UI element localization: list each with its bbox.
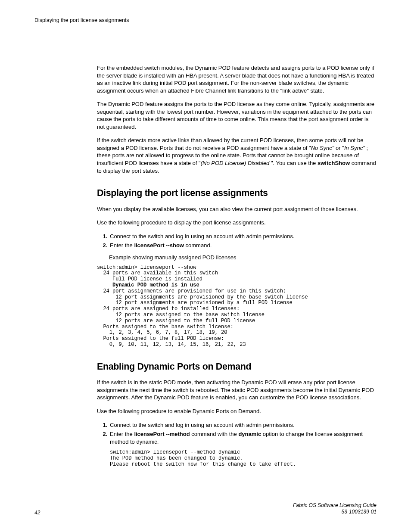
code-bold: Dynamic POD method is in use — [112, 282, 199, 288]
footer-title: Fabric OS Software Licensing Guide — [293, 502, 377, 509]
text: command with the — [190, 431, 239, 437]
state-nosync: No Sync" — [311, 145, 334, 151]
state-disabled: (No POD License) Disabled — [201, 160, 270, 166]
intro-para-1: For the embedded switch modules, the Dyn… — [97, 64, 377, 94]
section2-steps: Connect to the switch and log in using a… — [97, 421, 377, 468]
intro-para-3: If the switch detects more active links … — [97, 137, 377, 174]
page-footer: 42 Fabric OS Software Licensing Guide 53… — [34, 502, 377, 516]
code-block-licenseport-show: switch:admin> licenseport --show 24 port… — [97, 265, 377, 348]
command-licenseport-show: licensePort --show — [134, 242, 184, 249]
section1-step-1: Connect to the switch and log in using a… — [109, 233, 377, 240]
example-label: Example showing manually assigned POD li… — [109, 254, 377, 261]
text: Enter the — [110, 242, 134, 249]
command-licenseport-method: licensePort --method — [134, 431, 190, 437]
heading-displaying: Displaying the port license assignments — [97, 187, 368, 199]
section1-para-1: When you display the available licenses,… — [97, 205, 377, 213]
section1-steps: Connect to the switch and log in using a… — [97, 233, 377, 249]
code-block-licenseport-method: switch:admin> licenseport --method dynam… — [110, 450, 377, 467]
section2-step-2: Enter the licensePort --method command w… — [109, 430, 377, 467]
section2-para-1: If the switch is in the static POD mode,… — [97, 379, 377, 401]
state-insync: In Sync" — [344, 145, 365, 151]
command-switchshow: switchShow — [318, 160, 350, 166]
intro-para-2: The Dynamic POD feature assigns the port… — [97, 100, 377, 131]
page: Displaying the port license assignments … — [0, 0, 411, 532]
running-header: Displaying the port license assignments — [34, 17, 377, 23]
heading-enabling: Enabling Dynamic Ports on Demand — [97, 360, 368, 373]
text: ". You can use the — [269, 160, 318, 166]
code-text: 24 port assignments are provisioned for … — [97, 288, 308, 348]
section2-para-2: Use the following procedure to enable Dy… — [97, 408, 377, 415]
text: Enter the — [110, 431, 134, 437]
page-number: 42 — [34, 510, 40, 516]
text: command. — [184, 242, 212, 249]
text: or " — [334, 145, 344, 151]
main-content: For the embedded switch modules, the Dyn… — [97, 64, 377, 468]
footer-docnum: 53-1003139-01 — [293, 509, 377, 516]
section1-step-2: Enter the licensePort --show command. — [109, 242, 377, 249]
section1-para-2: Use the following procedure to display t… — [97, 219, 377, 227]
option-dynamic: dynamic — [238, 431, 261, 437]
section2-step-1: Connect to the switch and log in using a… — [109, 421, 377, 429]
footer-right: Fabric OS Software Licensing Guide 53-10… — [293, 502, 377, 516]
